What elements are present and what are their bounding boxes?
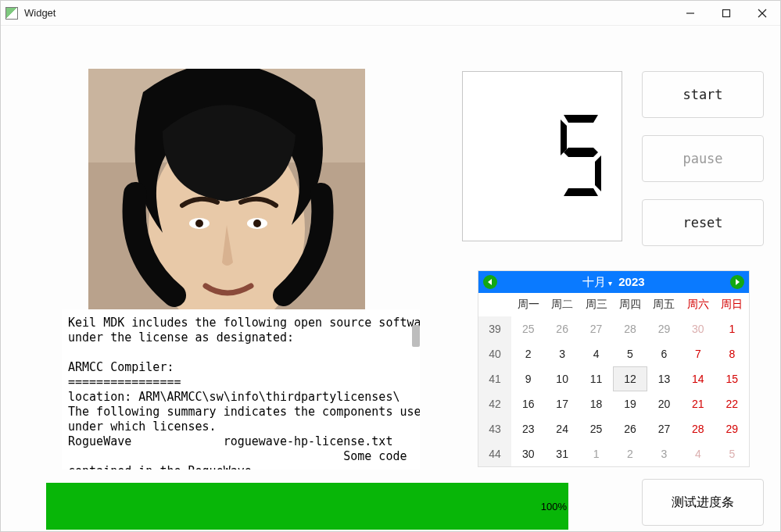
calendar-day-cell[interactable]: 3: [647, 441, 681, 466]
textbox-line: contained in the RogueWave: [68, 464, 414, 470]
calendar-day-cell[interactable]: 18: [579, 391, 613, 416]
lcd-display: [462, 71, 622, 241]
reset-button[interactable]: reset: [642, 199, 764, 246]
calendar-day-cell[interactable]: 30: [681, 316, 715, 341]
calendar-day-cell[interactable]: 19: [613, 391, 647, 416]
calendar-day-cell[interactable]: 29: [715, 416, 749, 441]
close-button[interactable]: [744, 2, 780, 25]
textbox-line: The following summary indicates the comp…: [68, 405, 414, 420]
digit-glyph: [557, 113, 604, 199]
calendar-day-cell[interactable]: 5: [613, 341, 647, 366]
calendar-day-cell[interactable]: 3: [545, 341, 579, 366]
calendar-year-label[interactable]: 2023: [618, 275, 644, 290]
calendar-day-cell[interactable]: 2: [511, 341, 545, 366]
calendar-day-cell[interactable]: 26: [613, 416, 647, 441]
textbox-line: ================: [68, 375, 414, 390]
pause-button[interactable]: pause: [642, 135, 764, 182]
window-frame: Widget: [0, 0, 781, 532]
textbox-line: Some code: [68, 449, 414, 464]
calendar-month-label[interactable]: 十月: [582, 275, 612, 290]
titlebar: Widget: [1, 1, 780, 26]
calendar-week-number: 41: [478, 366, 511, 391]
svg-marker-15: [564, 188, 598, 196]
textbox-line: RogueWave roguewave-hp-license.txt: [68, 434, 414, 449]
calendar-week-header-blank: [478, 293, 511, 316]
textbox-line: ARMCC Compiler:: [68, 360, 414, 375]
calendar-day-cell[interactable]: 4: [579, 341, 613, 366]
calendar-week-number: 43: [478, 416, 511, 441]
minimize-button[interactable]: [672, 2, 708, 25]
calendar-day-cell[interactable]: 31: [545, 441, 579, 466]
calendar-day-cell[interactable]: 28: [613, 316, 647, 341]
textbox-line: location: ARM\ARMCC\sw\info\thirdpartyli…: [68, 390, 414, 405]
calendar-day-cell[interactable]: 24: [545, 416, 579, 441]
calendar-next-button[interactable]: [730, 275, 744, 289]
calendar-day-cell[interactable]: 29: [647, 316, 681, 341]
calendar-week-number: 42: [478, 391, 511, 416]
calendar-day-cell[interactable]: 4: [681, 441, 715, 466]
calendar-day-header: 周六: [681, 293, 715, 316]
calendar-day-cell[interactable]: 30: [511, 441, 545, 466]
scrollbar-thumb[interactable]: [412, 325, 420, 347]
test-progress-button[interactable]: 测试进度条: [642, 479, 764, 526]
textbox-line: under which licenses.: [68, 420, 414, 434]
calendar-day-header: 周日: [715, 293, 749, 316]
svg-rect-1: [723, 9, 730, 16]
svg-point-10: [253, 220, 261, 227]
calendar-day-header: 周二: [545, 293, 579, 316]
calendar-day-header: 周五: [647, 293, 681, 316]
calendar-day-cell[interactable]: 25: [511, 316, 545, 341]
svg-marker-16: [488, 279, 492, 285]
calendar-widget[interactable]: 十月 2023 周一周二周三周四周五周六周日392526272829301402…: [478, 270, 750, 467]
calendar-day-cell[interactable]: 2: [613, 441, 647, 466]
window-title: Widget: [24, 7, 56, 19]
calendar-day-cell[interactable]: 6: [647, 341, 681, 366]
calendar-day-cell[interactable]: 1: [579, 441, 613, 466]
calendar-day-cell[interactable]: 8: [715, 341, 749, 366]
calendar-day-cell[interactable]: 5: [715, 441, 749, 466]
progress-bar: 100%: [46, 483, 568, 530]
maximize-button[interactable]: [708, 2, 744, 25]
calendar-day-header: 周四: [613, 293, 647, 316]
textbox-line: [68, 345, 414, 360]
textbox-line: under the license as designated:: [68, 330, 414, 345]
calendar-day-cell[interactable]: 21: [681, 391, 715, 416]
calendar-day-cell[interactable]: 22: [715, 391, 749, 416]
calendar-day-cell[interactable]: 17: [545, 391, 579, 416]
calendar-week-number: 39: [478, 316, 511, 341]
calendar-grid: 周一周二周三周四周五周六周日39252627282930140234567841…: [478, 293, 749, 466]
license-textbox[interactable]: Keil MDK includes the following open sou…: [62, 309, 420, 470]
calendar-day-cell[interactable]: 7: [681, 341, 715, 366]
calendar-day-cell[interactable]: 15: [715, 366, 749, 391]
calendar-day-cell[interactable]: 11: [579, 366, 613, 391]
progress-percent-label: 100%: [541, 501, 567, 512]
app-icon: [5, 7, 18, 20]
calendar-week-number: 40: [478, 341, 511, 366]
svg-marker-13: [564, 148, 598, 157]
portrait-image: [88, 69, 365, 309]
calendar-day-header: 周一: [511, 293, 545, 316]
calendar-day-cell[interactable]: 28: [681, 416, 715, 441]
calendar-day-cell[interactable]: 26: [545, 316, 579, 341]
svg-marker-11: [564, 115, 598, 123]
calendar-day-cell[interactable]: 27: [647, 416, 681, 441]
calendar-day-cell[interactable]: 23: [511, 416, 545, 441]
svg-point-9: [195, 220, 203, 227]
client-area: Keil MDK includes the following open sou…: [1, 26, 780, 531]
calendar-day-cell[interactable]: 20: [647, 391, 681, 416]
calendar-day-cell[interactable]: 14: [681, 366, 715, 391]
svg-marker-12: [561, 120, 567, 155]
control-button-column: start pause reset: [642, 71, 764, 246]
calendar-prev-button[interactable]: [483, 275, 497, 289]
calendar-day-cell[interactable]: 10: [545, 366, 579, 391]
calendar-day-cell[interactable]: 9: [511, 366, 545, 391]
calendar-day-cell[interactable]: 27: [579, 316, 613, 341]
calendar-day-cell[interactable]: 13: [647, 366, 681, 391]
calendar-day-cell[interactable]: 16: [511, 391, 545, 416]
calendar-day-cell[interactable]: 1: [715, 316, 749, 341]
textbox-line: Keil MDK includes the following open sou…: [68, 316, 414, 330]
svg-marker-17: [736, 279, 740, 285]
calendar-day-cell[interactable]: 12: [613, 366, 647, 391]
calendar-day-cell[interactable]: 25: [579, 416, 613, 441]
start-button[interactable]: start: [642, 71, 764, 118]
